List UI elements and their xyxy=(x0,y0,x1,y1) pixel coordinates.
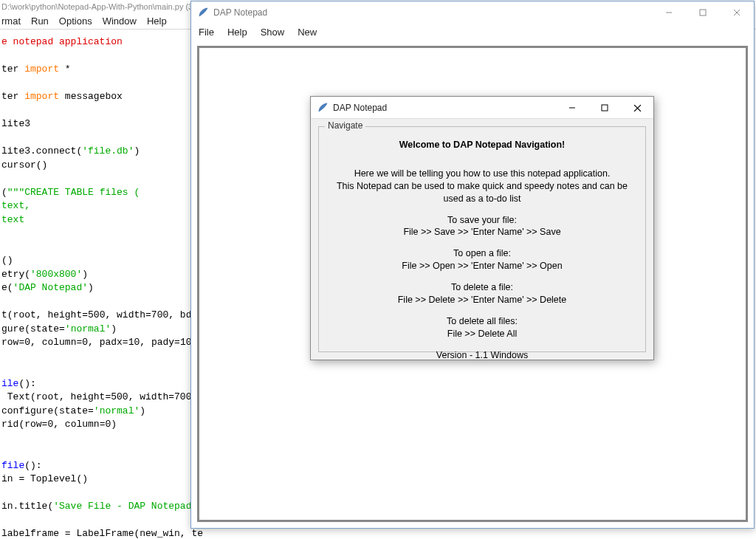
code-line: ) xyxy=(82,269,88,280)
code-line: gure(state= xyxy=(1,323,65,334)
code-line: ( xyxy=(1,187,7,198)
code-line: Text(root, height= xyxy=(1,391,111,402)
code-string: text xyxy=(1,214,24,225)
code-string: 'normal' xyxy=(94,405,140,416)
navigate-delete-block: To delete a file: File >> Delete >> 'Ent… xyxy=(328,281,636,306)
code-string: 'file.db' xyxy=(82,145,134,157)
code-string: 'Save File - DAP Notepad' xyxy=(53,501,197,512)
notepad-window-buttons xyxy=(652,1,754,24)
code-string: '800x800' xyxy=(30,269,82,280)
tk-feather-icon xyxy=(197,7,209,18)
code-string: text, xyxy=(1,200,30,211)
code-line: , column= xyxy=(53,419,105,430)
code-line: , pady= xyxy=(140,337,180,348)
navigate-title-text: DAP Notepad xyxy=(333,103,387,113)
code-string: 'normal' xyxy=(65,323,111,334)
code-line: ) xyxy=(111,323,117,334)
navigate-deleteall-heading: To delete all files: xyxy=(328,315,636,328)
navigate-intro: Here we will be telling you how to use t… xyxy=(328,168,636,205)
code-line: labelframe = LabelFrame(new_win, te xyxy=(1,528,203,539)
navigate-deleteall-body: File >> Delete All xyxy=(328,328,636,340)
code-number: 700 xyxy=(151,309,168,320)
svg-rect-5 xyxy=(602,105,608,111)
close-button[interactable] xyxy=(720,1,754,24)
navigate-version: Version - 1.1 Windows xyxy=(328,349,636,362)
code-line: t(root, height= xyxy=(1,309,88,320)
navigate-delete-heading: To delete a file: xyxy=(328,281,636,294)
code-number: 10 xyxy=(128,337,140,348)
navigate-body: Welcome to DAP Notepad Navigation! Here … xyxy=(328,136,636,343)
navigate-intro-line2: This Notepad can be used to make quick a… xyxy=(328,180,636,205)
code-number: 500 xyxy=(88,309,105,320)
code-number: 0 xyxy=(82,337,88,348)
code-string: """CREATE TABLE files ( xyxy=(7,187,140,198)
notepad-menu-file[interactable]: File xyxy=(199,27,214,38)
navigate-labelframe-caption: Navigate xyxy=(325,120,365,131)
code-line: * xyxy=(59,63,71,75)
code-line: () xyxy=(1,255,13,266)
navigate-window-buttons xyxy=(556,97,653,119)
notepad-title-text: DAP Notepad xyxy=(213,7,267,18)
code-line: , column= xyxy=(30,337,82,348)
code-line: cursor() xyxy=(1,159,47,171)
code-line: ) xyxy=(88,282,94,293)
code-line: ) xyxy=(111,419,117,430)
code-line: ter xyxy=(1,63,24,75)
navigate-welcome: Welcome to DAP Notepad Navigation! xyxy=(328,139,636,151)
code-line: in.title( xyxy=(1,501,53,512)
notepad-titlebar[interactable]: DAP Notepad xyxy=(191,1,754,24)
maximize-button[interactable] xyxy=(686,1,720,24)
navigate-delete-body: File >> Delete >> 'Enter Name' >> Delete xyxy=(328,294,636,306)
tk-feather-icon xyxy=(317,102,329,114)
code-line: , width= xyxy=(128,391,174,402)
code-keyword: import xyxy=(24,63,59,75)
idle-menu-options[interactable]: Options xyxy=(59,16,92,27)
code-line: lite3.connect( xyxy=(1,145,82,157)
code-line: ) xyxy=(134,145,140,157)
notepad-menu-new[interactable]: New xyxy=(298,27,317,38)
notepad-menubar: File Help Show New xyxy=(191,24,754,40)
navigate-save-body: File >> Save >> 'Enter Name' >> Save xyxy=(328,226,636,238)
code-line: configure(state= xyxy=(1,405,94,416)
code-line: (): xyxy=(24,460,41,471)
navigate-labelframe: Navigate Welcome to DAP Notepad Navigati… xyxy=(318,126,646,352)
minimize-button[interactable] xyxy=(652,1,686,24)
navigate-deleteall-block: To delete all files: File >> Delete All xyxy=(328,315,636,340)
code-line: , width= xyxy=(105,309,151,320)
code-keyword: import xyxy=(24,91,59,102)
code-def: file xyxy=(1,460,24,471)
navigate-save-heading: To save your file: xyxy=(328,214,636,227)
maximize-button[interactable] xyxy=(588,97,621,119)
idle-menu-window[interactable]: Window xyxy=(103,16,137,27)
close-button[interactable] xyxy=(621,97,653,119)
code-line: ) xyxy=(140,405,145,416)
notepad-menu-help[interactable]: Help xyxy=(227,27,247,38)
code-line: lite3 xyxy=(1,118,30,129)
navigate-save-block: To save your file: File >> Save >> 'Ente… xyxy=(328,214,636,239)
navigate-intro-line1: Here we will be telling you how to use t… xyxy=(328,168,636,180)
code-line: in = Toplevel() xyxy=(1,473,88,484)
code-line: e notepad application xyxy=(1,36,123,47)
minimize-button[interactable] xyxy=(556,97,588,119)
code-line: e( xyxy=(1,282,13,293)
navigate-open-heading: To open a file: xyxy=(328,247,636,260)
navigate-open-block: To open a file: File >> Open >> 'Enter N… xyxy=(328,247,636,272)
code-line: row= xyxy=(1,337,24,348)
code-number: 0 xyxy=(24,337,30,348)
navigate-titlebar[interactable]: DAP Notepad xyxy=(311,97,653,119)
code-string: 'DAP Notepad' xyxy=(13,282,88,293)
code-line: etry( xyxy=(1,269,30,280)
idle-menu-run[interactable]: Run xyxy=(31,16,49,27)
idle-menu-help[interactable]: Help xyxy=(147,16,167,27)
notepad-menu-show[interactable]: Show xyxy=(261,27,285,38)
code-line: messagebox xyxy=(59,91,123,102)
idle-menu-format[interactable]: rmat xyxy=(1,16,21,27)
code-line: rid(row= xyxy=(1,419,47,430)
code-number: 500 xyxy=(111,391,128,402)
navigate-open-body: File >> Open >> 'Enter Name' >> Open xyxy=(328,260,636,272)
code-def: ile xyxy=(1,378,18,389)
code-number: 700 xyxy=(174,391,191,402)
svg-rect-1 xyxy=(700,10,706,16)
code-line: (): xyxy=(18,378,35,389)
code-line: , padx= xyxy=(88,337,128,348)
